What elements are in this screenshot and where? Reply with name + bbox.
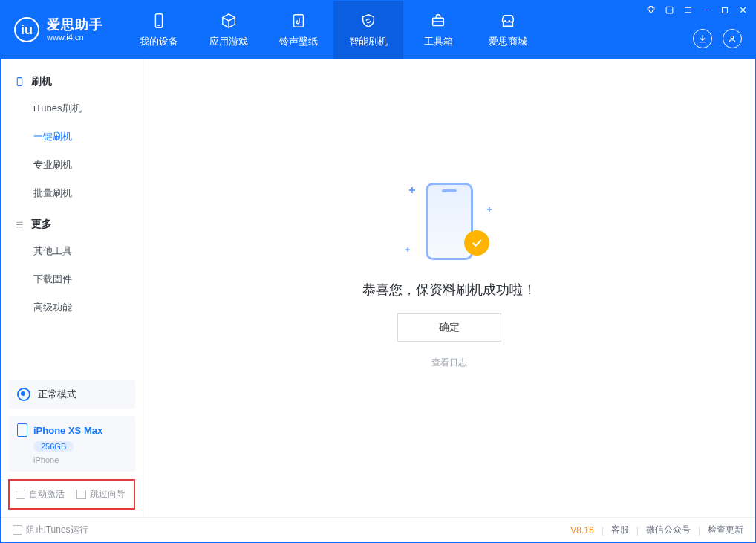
checkbox-block-itunes[interactable]: 阻止iTunes运行 bbox=[13, 524, 88, 536]
checkbox-icon bbox=[76, 490, 86, 499]
main-nav: 我的设备 应用游戏 铃声壁纸 智能刷机 bbox=[124, 1, 543, 59]
close-button[interactable] bbox=[738, 5, 748, 15]
device-capacity-badge: 256GB bbox=[33, 441, 74, 452]
nav-apps-games[interactable]: 应用游戏 bbox=[194, 1, 264, 59]
device-icon bbox=[149, 11, 169, 30]
minimize-button[interactable] bbox=[702, 5, 711, 15]
window-controls-top bbox=[646, 5, 748, 15]
device-card[interactable]: iPhone XS Max 256GB iPhone bbox=[8, 416, 135, 472]
nav-my-device[interactable]: 我的设备 bbox=[124, 1, 194, 59]
store-icon bbox=[498, 11, 518, 30]
download-button[interactable] bbox=[693, 29, 712, 48]
nav-label: 我的设备 bbox=[140, 35, 178, 48]
sidebar-section-more: 更多 其他工具 下载固件 高级功能 bbox=[1, 212, 143, 326]
sidebar: 刷机 iTunes刷机 一键刷机 专业刷机 批量刷机 更多 其他工具 下载固件 … bbox=[1, 59, 143, 517]
sidebar-heading-label: 更多 bbox=[31, 218, 52, 231]
ok-button[interactable]: 确定 bbox=[397, 313, 501, 342]
phone-icon bbox=[17, 423, 27, 437]
nav-label: 铃声壁纸 bbox=[279, 35, 318, 48]
check-update-link[interactable]: 检查更新 bbox=[708, 524, 743, 536]
support-link[interactable]: 客服 bbox=[611, 524, 629, 536]
shield-refresh-icon bbox=[359, 11, 378, 30]
nav-label: 工具箱 bbox=[424, 35, 453, 48]
app-title-en: www.i4.cn bbox=[47, 33, 103, 42]
app-title: 爱思助手 www.i4.cn bbox=[47, 18, 103, 42]
toolbox-icon bbox=[428, 11, 448, 30]
checkbox-label: 跳过向导 bbox=[90, 489, 126, 499]
svg-rect-7 bbox=[17, 78, 22, 86]
sidebar-item-itunes-flash[interactable]: iTunes刷机 bbox=[1, 94, 143, 123]
svg-rect-2 bbox=[294, 15, 304, 27]
statusbar: 阻止iTunes运行 V8.16 | 客服 | 微信公众号 | 检查更新 bbox=[1, 517, 755, 542]
skin-icon[interactable] bbox=[665, 5, 674, 15]
checkbox-icon bbox=[13, 525, 22, 535]
sidebar-item-other-tools[interactable]: 其他工具 bbox=[1, 237, 143, 265]
menu-icon[interactable] bbox=[683, 5, 693, 15]
sidebar-heading-label: 刷机 bbox=[31, 75, 52, 88]
result-message: 恭喜您，保资料刷机成功啦！ bbox=[362, 281, 536, 299]
success-graphic bbox=[405, 177, 494, 266]
device-mode-label: 正常模式 bbox=[38, 388, 76, 401]
app-title-cn: 爱思助手 bbox=[47, 18, 103, 33]
music-file-icon bbox=[289, 11, 308, 30]
nav-toolbox[interactable]: 工具箱 bbox=[403, 1, 473, 59]
check-badge-icon bbox=[464, 230, 489, 256]
device-name: iPhone XS Max bbox=[33, 425, 102, 436]
nav-ringtones-wallpapers[interactable]: 铃声壁纸 bbox=[264, 1, 333, 59]
phone-outline-icon bbox=[14, 77, 25, 88]
sidebar-item-pro-flash[interactable]: 专业刷机 bbox=[1, 151, 143, 179]
titlebar: iu 爱思助手 www.i4.cn 我的设备 应用游戏 bbox=[1, 1, 755, 59]
sparkle-icon bbox=[487, 207, 492, 212]
view-log-link[interactable]: 查看日志 bbox=[431, 357, 467, 369]
main-content: 恭喜您，保资料刷机成功啦！ 确定 查看日志 bbox=[143, 59, 755, 517]
sparkle-icon bbox=[409, 187, 415, 193]
statusbar-right: V8.16 | 客服 | 微信公众号 | 检查更新 bbox=[570, 524, 743, 536]
svg-rect-1 bbox=[157, 25, 160, 26]
sidebar-item-advanced[interactable]: 高级功能 bbox=[1, 293, 143, 322]
svg-point-6 bbox=[731, 36, 734, 39]
version-label: V8.16 bbox=[570, 525, 593, 536]
titlebar-actions bbox=[693, 29, 742, 48]
nav-label: 应用游戏 bbox=[209, 35, 248, 48]
svg-rect-4 bbox=[666, 7, 673, 13]
device-mode-card[interactable]: 正常模式 bbox=[8, 380, 135, 409]
checkbox-label: 阻止iTunes运行 bbox=[26, 524, 88, 535]
svg-rect-5 bbox=[723, 7, 728, 13]
nav-label: 爱思商城 bbox=[489, 35, 527, 48]
sidebar-section-flash: 刷机 iTunes刷机 一键刷机 专业刷机 批量刷机 bbox=[1, 69, 143, 212]
feedback-icon[interactable] bbox=[646, 5, 656, 15]
sidebar-item-oneclick-flash[interactable]: 一键刷机 bbox=[1, 123, 143, 151]
account-button[interactable] bbox=[723, 29, 742, 48]
logo-badge-icon: iu bbox=[14, 17, 39, 42]
sidebar-heading-more: 更多 bbox=[1, 212, 143, 237]
checkbox-label: 自动激活 bbox=[29, 489, 65, 499]
app-window: iu 爱思助手 www.i4.cn 我的设备 应用游戏 bbox=[0, 0, 756, 543]
mode-indicator-icon bbox=[17, 388, 30, 401]
nav-smart-flash[interactable]: 智能刷机 bbox=[333, 1, 403, 59]
list-icon bbox=[14, 219, 25, 230]
wechat-link[interactable]: 微信公众号 bbox=[646, 524, 691, 536]
flash-result: 恭喜您，保资料刷机成功啦！ 确定 查看日志 bbox=[362, 177, 536, 369]
body: 刷机 iTunes刷机 一键刷机 专业刷机 批量刷机 更多 其他工具 下载固件 … bbox=[1, 59, 755, 517]
cube-icon bbox=[219, 11, 238, 30]
checkbox-auto-activate[interactable]: 自动激活 bbox=[16, 488, 65, 501]
sidebar-heading-flash: 刷机 bbox=[1, 69, 143, 94]
maximize-button[interactable] bbox=[720, 6, 729, 15]
device-name-row: iPhone XS Max bbox=[17, 423, 126, 437]
device-type: iPhone bbox=[33, 455, 126, 464]
sidebar-item-batch-flash[interactable]: 批量刷机 bbox=[1, 179, 143, 207]
sidebar-item-download-firmware[interactable]: 下载固件 bbox=[1, 265, 143, 293]
statusbar-left: 阻止iTunes运行 bbox=[13, 524, 88, 536]
sparkle-icon bbox=[405, 247, 410, 252]
nav-label: 智能刷机 bbox=[349, 35, 388, 48]
checkbox-skip-guide[interactable]: 跳过向导 bbox=[76, 488, 126, 501]
flash-options-box: 自动激活 跳过向导 bbox=[8, 479, 135, 510]
app-logo: iu 爱思助手 www.i4.cn bbox=[14, 17, 103, 42]
nav-store[interactable]: 爱思商城 bbox=[473, 1, 543, 59]
checkbox-icon bbox=[16, 490, 25, 499]
